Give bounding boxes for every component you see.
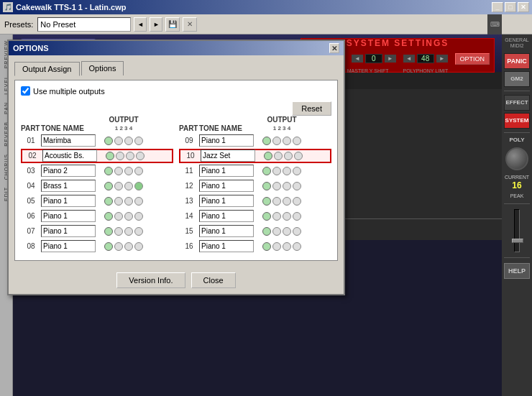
tone-input-12[interactable] [199, 180, 254, 192]
out-02-4[interactable] [136, 152, 145, 160]
out-09-1[interactable] [262, 137, 271, 145]
system-button[interactable]: SYSTEM [504, 113, 530, 129]
out-04-2[interactable] [114, 182, 123, 190]
panic-button[interactable]: PANIC [504, 53, 530, 69]
use-multiple-outputs-checkbox[interactable] [21, 86, 30, 96]
reset-button[interactable]: Reset [292, 101, 331, 116]
preset-next-button[interactable]: ► [150, 17, 162, 32]
out-03-3[interactable] [124, 167, 133, 175]
tone-input-03[interactable] [41, 165, 96, 177]
out-16-2[interactable] [272, 242, 281, 251]
out-03-4[interactable] [134, 167, 143, 175]
tone-input-16[interactable] [199, 240, 254, 252]
tone-input-11[interactable] [199, 165, 254, 177]
out-08-2[interactable] [114, 242, 123, 251]
out-02-2[interactable] [116, 152, 124, 160]
out-03-1[interactable] [104, 167, 113, 175]
master-volume-thumb[interactable] [512, 239, 523, 243]
tone-input-09[interactable] [199, 134, 254, 147]
tone-input-07[interactable] [41, 225, 96, 237]
out-05-2[interactable] [114, 197, 123, 206]
out-04-3[interactable] [124, 182, 133, 190]
out-13-1[interactable] [262, 197, 271, 206]
master-shift-prev[interactable]: ◄ [352, 55, 363, 63]
close-window-button[interactable]: ✕ [518, 2, 529, 12]
out-15-2[interactable] [272, 227, 281, 236]
out-07-4[interactable] [134, 227, 143, 236]
out-01-4[interactable] [134, 137, 143, 145]
out-12-3[interactable] [283, 182, 291, 190]
out-16-4[interactable] [293, 242, 301, 251]
out-06-4[interactable] [134, 212, 143, 221]
out-11-2[interactable] [272, 167, 281, 175]
effect-button[interactable]: EFFECT [504, 95, 530, 111]
out-15-1[interactable] [262, 227, 271, 236]
option-button[interactable]: OPTION [455, 53, 490, 65]
out-08-3[interactable] [124, 242, 133, 251]
out-10-3[interactable] [284, 152, 293, 160]
options-close-icon[interactable]: ✕ [329, 43, 339, 53]
out-01-3[interactable] [124, 137, 133, 145]
out-13-2[interactable] [272, 197, 281, 206]
preset-input[interactable] [37, 17, 131, 32]
maximize-button[interactable]: □ [505, 2, 516, 12]
out-09-3[interactable] [283, 137, 291, 145]
poly-limit-next[interactable]: ► [436, 55, 448, 63]
tone-input-08[interactable] [41, 240, 96, 252]
out-02-1[interactable] [106, 152, 114, 160]
out-15-4[interactable] [293, 227, 301, 236]
out-13-3[interactable] [283, 197, 291, 206]
tone-input-06[interactable] [41, 210, 96, 222]
tone-input-13[interactable] [199, 195, 254, 207]
tone-input-10[interactable] [201, 149, 255, 162]
out-11-4[interactable] [293, 167, 301, 175]
version-info-button[interactable]: Version Info. [116, 272, 185, 288]
preset-close-button[interactable]: ✕ [183, 17, 197, 32]
poly-knob[interactable] [505, 147, 528, 170]
out-12-1[interactable] [262, 182, 271, 190]
out-05-3[interactable] [124, 197, 133, 206]
out-11-3[interactable] [283, 167, 291, 175]
minimize-button[interactable]: _ [492, 2, 503, 12]
out-04-4[interactable] [134, 182, 143, 190]
out-15-3[interactable] [283, 227, 291, 236]
out-05-1[interactable] [104, 197, 113, 206]
out-09-2[interactable] [272, 137, 281, 145]
out-08-1[interactable] [104, 242, 113, 251]
out-08-4[interactable] [134, 242, 143, 251]
tone-input-01[interactable] [41, 134, 96, 147]
out-12-4[interactable] [293, 182, 301, 190]
out-06-3[interactable] [124, 212, 133, 221]
out-07-3[interactable] [124, 227, 133, 236]
out-07-2[interactable] [114, 227, 123, 236]
tone-input-02[interactable] [42, 149, 97, 162]
out-11-1[interactable] [262, 167, 271, 175]
out-14-4[interactable] [293, 212, 301, 221]
gm2-button[interactable]: GM2 [504, 71, 530, 87]
out-16-1[interactable] [262, 242, 271, 251]
out-10-4[interactable] [294, 152, 303, 160]
out-13-4[interactable] [293, 197, 301, 206]
out-02-3[interactable] [126, 152, 134, 160]
tone-input-04[interactable] [41, 180, 96, 192]
out-07-1[interactable] [104, 227, 113, 236]
out-04-1[interactable] [104, 182, 113, 190]
out-14-2[interactable] [272, 212, 281, 221]
out-05-4[interactable] [134, 197, 143, 206]
out-14-3[interactable] [283, 212, 291, 221]
tab-options[interactable]: Options [81, 61, 124, 75]
tone-input-15[interactable] [199, 225, 254, 237]
out-06-1[interactable] [104, 212, 113, 221]
poly-limit-prev[interactable]: ◄ [403, 55, 415, 63]
close-button[interactable]: Close [191, 272, 236, 288]
tab-output-assign[interactable]: Output Assign [14, 62, 80, 76]
help-button[interactable]: HELP [504, 263, 530, 279]
out-01-2[interactable] [114, 137, 123, 145]
out-03-2[interactable] [114, 167, 123, 175]
tone-input-14[interactable] [199, 210, 254, 222]
out-06-2[interactable] [114, 212, 123, 221]
out-01-1[interactable] [104, 137, 113, 145]
out-14-1[interactable] [262, 212, 271, 221]
preset-prev-button[interactable]: ◄ [134, 17, 147, 32]
tone-input-05[interactable] [41, 195, 96, 207]
